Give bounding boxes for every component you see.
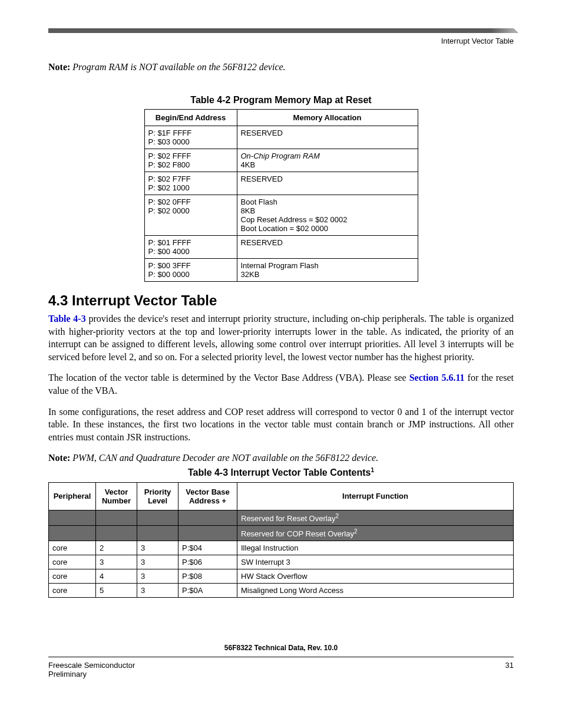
- table-row: P: $02 FFFFP: $02 F800On-Chip Program RA…: [144, 149, 418, 172]
- table-cell: P:$08: [178, 569, 237, 584]
- interrupt-function-cell: Reserved for Reset Overlay2: [237, 510, 514, 525]
- address-cell: P: $1F FFFFP: $03 0000: [144, 126, 237, 149]
- table-cell: P:$0A: [178, 584, 237, 598]
- table-cell: [178, 526, 237, 541]
- table-cell: core: [49, 555, 96, 569]
- table-row: core23P:$04Illegal Instruction: [49, 541, 514, 555]
- footer-status: Preliminary: [48, 670, 135, 678]
- address-cell: P: $00 3FFFP: $00 0000: [144, 259, 237, 282]
- table-cell: core: [49, 584, 96, 598]
- table-row: core33P:$06SW Interrupt 3: [49, 555, 514, 569]
- link-section-5-6-11[interactable]: Section 5.6.11: [409, 373, 465, 383]
- page-number: 31: [505, 661, 514, 678]
- footer-rule: [48, 657, 514, 657]
- table-cell: 3: [137, 555, 178, 569]
- table-cell: [49, 510, 96, 525]
- body-paragraph: The location of the vector table is dete…: [48, 371, 514, 397]
- header-bar: [48, 28, 514, 33]
- footnote-ref: 2: [335, 513, 339, 519]
- table-cell: P:$06: [178, 555, 237, 569]
- interrupt-function-cell: Misaligned Long Word Access: [237, 584, 514, 598]
- interrupt-function-cell: Reserved for COP Reset Overlay2: [237, 526, 514, 541]
- table-cell: [96, 510, 137, 525]
- table-4-2-title: Table 4-2 Program Memory Map at Reset: [48, 95, 514, 106]
- header-section-title: Interrupt Vector Table: [48, 37, 514, 45]
- table-header: Vector Number: [96, 482, 137, 510]
- table-header: Priority Level: [137, 482, 178, 510]
- link-table-4-3[interactable]: Table 4-3: [48, 314, 86, 324]
- table-row: P: $02 0FFFP: $02 0000Boot Flash8KBCop R…: [144, 195, 418, 236]
- interrupt-function-cell: SW Interrupt 3: [237, 555, 514, 569]
- table-cell: [49, 526, 96, 541]
- table-row: P: $01 FFFFP: $00 4000RESERVED: [144, 236, 418, 259]
- table-cell: core: [49, 569, 96, 584]
- table-title-text: Table 4-3 Interrupt Vector Table Content…: [188, 468, 371, 478]
- allocation-cell: RESERVED: [237, 126, 418, 149]
- address-cell: P: $02 FFFFP: $02 F800: [144, 149, 237, 172]
- allocation-cell: RESERVED: [237, 172, 418, 195]
- table-row: P: $1F FFFFP: $03 0000RESERVED: [144, 126, 418, 149]
- allocation-cell: Internal Program Flash32KB: [237, 259, 418, 282]
- table-cell: 3: [137, 541, 178, 555]
- table-4-3: Peripheral Vector Number Priority Level …: [48, 482, 514, 598]
- address-cell: P: $02 0FFFP: $02 0000: [144, 195, 237, 236]
- table-row: core53P:$0AMisaligned Long Word Access: [49, 584, 514, 598]
- note-label: Note:: [48, 62, 70, 72]
- table-cell: 5: [96, 584, 137, 598]
- footer-left: Freescale Semiconductor Preliminary: [48, 661, 135, 678]
- allocation-cell: RESERVED: [237, 236, 418, 259]
- section-heading-4-3: 4.3 Interrupt Vector Table: [48, 292, 514, 309]
- allocation-cell: On-Chip Program RAM4KB: [237, 149, 418, 172]
- table-cell: 4: [96, 569, 137, 584]
- interrupt-function-cell: HW Stack Overflow: [237, 569, 514, 584]
- table-row: P: $02 F7FFP: $02 1000RESERVED: [144, 172, 418, 195]
- note-label: Note:: [48, 453, 70, 463]
- note-text: Program RAM is NOT available on the 56F8…: [72, 62, 285, 72]
- table-row: core43P:$08HW Stack Overflow: [49, 569, 514, 584]
- footer-company: Freescale Semiconductor: [48, 661, 135, 670]
- table-row: P: $00 3FFFP: $00 0000Internal Program F…: [144, 259, 418, 282]
- note-program-ram: Note: Program RAM is NOT available on th…: [48, 62, 514, 73]
- table-row: Reserved for Reset Overlay2: [49, 510, 514, 525]
- table-cell: 3: [96, 555, 137, 569]
- table-cell: 2: [96, 541, 137, 555]
- note-text: PWM, CAN and Quadrature Decoder are NOT …: [72, 453, 378, 463]
- table-header: Memory Allocation: [237, 110, 418, 126]
- body-paragraph: Table 4-3 provides the device's reset an…: [48, 312, 514, 363]
- table-header: Vector Base Address +: [178, 482, 237, 510]
- page-footer: 56F8322 Technical Data, Rev. 10.0 Freesc…: [48, 644, 514, 678]
- table-cell: 3: [137, 584, 178, 598]
- table-cell: P:$04: [178, 541, 237, 555]
- table-cell: [137, 526, 178, 541]
- interrupt-function-cell: Illegal Instruction: [237, 541, 514, 555]
- table-header: Peripheral: [49, 482, 96, 510]
- footnote-ref: 2: [354, 528, 358, 535]
- footnote-ref: 1: [371, 467, 375, 473]
- note-pwm-can: Note: PWM, CAN and Quadrature Decoder ar…: [48, 453, 514, 463]
- table-cell: 3: [137, 569, 178, 584]
- doc-reference: 56F8322 Technical Data, Rev. 10.0: [48, 644, 514, 652]
- table-4-2: Begin/End Address Memory Allocation P: $…: [144, 109, 418, 282]
- paragraph-text: The location of the vector table is dete…: [48, 373, 409, 383]
- address-cell: P: $02 F7FFP: $02 1000: [144, 172, 237, 195]
- table-header: Begin/End Address: [144, 110, 237, 126]
- allocation-cell: Boot Flash8KBCop Reset Address = $02 000…: [237, 195, 418, 236]
- paragraph-text: provides the device's reset and interrup…: [48, 314, 514, 362]
- table-cell: [96, 526, 137, 541]
- table-cell: [178, 510, 237, 525]
- table-cell: core: [49, 541, 96, 555]
- table-header: Interrupt Function: [237, 482, 514, 510]
- address-cell: P: $01 FFFFP: $00 4000: [144, 236, 237, 259]
- body-paragraph: In some configurations, the reset addres…: [48, 406, 514, 444]
- table-cell: [137, 510, 178, 525]
- table-row: Reserved for COP Reset Overlay2: [49, 526, 514, 541]
- table-4-3-title: Table 4-3 Interrupt Vector Table Content…: [48, 467, 514, 478]
